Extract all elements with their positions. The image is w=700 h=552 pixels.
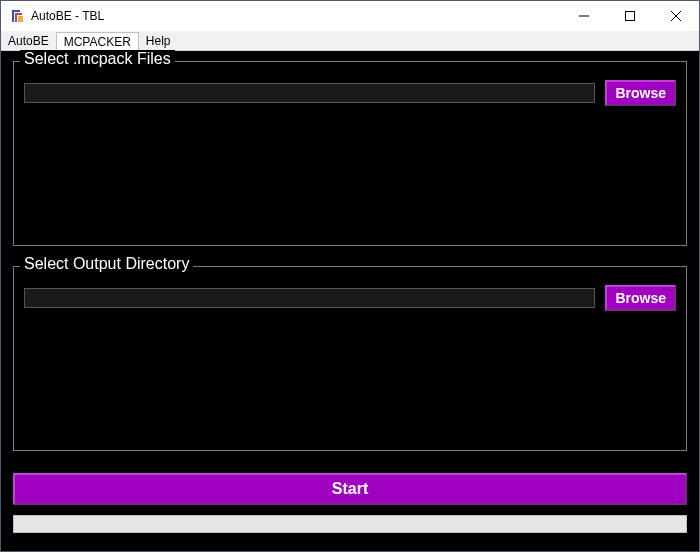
- start-button[interactable]: Start: [13, 473, 687, 505]
- app-window: AutoBE - TBL AutoBE MCPACKER Help Select…: [0, 0, 700, 552]
- close-icon: [671, 11, 681, 21]
- output-directory-row: Browse: [24, 285, 676, 311]
- maximize-button[interactable]: [607, 1, 653, 31]
- titlebar-left: AutoBE - TBL: [9, 8, 104, 24]
- minimize-button[interactable]: [561, 1, 607, 31]
- input-files-field[interactable]: [24, 83, 595, 103]
- content-area: Select .mcpack Files Browse Select Outpu…: [1, 51, 699, 551]
- maximize-icon: [625, 11, 635, 21]
- close-button[interactable]: [653, 1, 699, 31]
- minimize-icon: [579, 11, 589, 21]
- svg-rect-0: [18, 16, 23, 22]
- svg-rect-2: [626, 12, 635, 21]
- output-directory-legend: Select Output Directory: [20, 255, 193, 273]
- browse-output-button[interactable]: Browse: [605, 285, 676, 311]
- window-title: AutoBE - TBL: [31, 9, 104, 23]
- output-directory-section: Select Output Directory Browse: [13, 266, 687, 451]
- menubar: AutoBE MCPACKER Help: [1, 31, 699, 51]
- input-files-row: Browse: [24, 80, 676, 106]
- app-icon: [9, 8, 25, 24]
- input-files-section: Select .mcpack Files Browse: [13, 61, 687, 246]
- bottom-controls: Start: [13, 473, 687, 541]
- menu-item-help[interactable]: Help: [139, 31, 178, 50]
- window-controls: [561, 1, 699, 31]
- titlebar: AutoBE - TBL: [1, 1, 699, 31]
- browse-input-button[interactable]: Browse: [605, 80, 676, 106]
- progress-bar: [13, 515, 687, 533]
- input-files-legend: Select .mcpack Files: [20, 50, 175, 68]
- menu-item-autobe[interactable]: AutoBE: [1, 31, 56, 50]
- menu-item-mcpacker[interactable]: MCPACKER: [56, 32, 139, 51]
- output-directory-field[interactable]: [24, 288, 595, 308]
